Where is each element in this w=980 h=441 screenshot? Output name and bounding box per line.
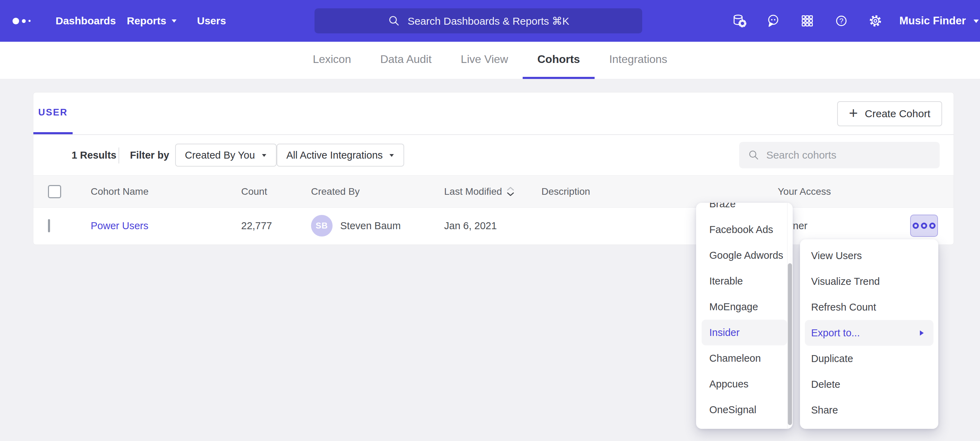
created-by-filter-label: Created By You (185, 150, 255, 161)
project-name: Music Finder (899, 14, 966, 27)
submenu-item-onesignal[interactable]: OneSignal (696, 397, 793, 423)
menu-item-visualize-trend[interactable]: Visualize Trend (800, 268, 938, 294)
tab-cohorts[interactable]: Cohorts (523, 42, 595, 79)
search-icon (748, 148, 760, 162)
cohorts-card-header: USER + Create Cohort (33, 93, 954, 135)
nav-icon-group: ? (731, 0, 883, 42)
project-switcher[interactable]: Music Finder (899, 0, 980, 42)
tab-live-view[interactable]: Live View (446, 42, 523, 79)
submenu-item-google-adwords[interactable]: Google Adwords (696, 243, 793, 268)
cohorts-card: USER + Create Cohort 1 Results Filter by… (33, 92, 954, 245)
chevron-down-icon (389, 153, 395, 157)
tab-lexicon[interactable]: Lexicon (298, 42, 366, 79)
submenu-item-chameleon[interactable]: Chameleon (696, 345, 793, 371)
submenu-item-appcues[interactable]: Appcues (696, 371, 793, 397)
nav-dashboards-label: Dashboards (56, 15, 116, 27)
submenu-item-moengage[interactable]: MoEngage (696, 294, 793, 320)
submenu-item-braze[interactable]: Braze (696, 203, 793, 217)
menu-item-export-to[interactable]: Export to... (805, 320, 934, 346)
nav-reports-label: Reports (127, 15, 166, 27)
sort-icon (506, 186, 515, 197)
menu-item-delete[interactable]: Delete (800, 371, 938, 397)
created-by-cell: SB Steven Baum (311, 215, 444, 236)
tab-data-audit-label: Data Audit (380, 53, 432, 66)
submenu-arrow-icon (919, 330, 924, 336)
help-icon[interactable]: ? (834, 13, 850, 29)
tab-cohorts-label: Cohorts (537, 53, 580, 66)
filter-by-label: Filter by (130, 135, 169, 175)
cohorts-page: Dashboards Reports Users Search Dashboar… (0, 0, 980, 441)
tab-user-cohorts[interactable]: USER (33, 93, 73, 134)
tab-live-view-label: Live View (461, 53, 508, 66)
section-tabs: Lexicon Data Audit Live View Cohorts Int… (0, 42, 980, 79)
col-description: Description (541, 186, 778, 197)
last-modified-cell: Jan 6, 2021 (444, 220, 541, 232)
cohort-search (739, 142, 940, 168)
export-submenu-list: Braze Facebook Ads Google Adwords Iterab… (696, 203, 793, 423)
tab-integrations[interactable]: Integrations (595, 42, 682, 79)
menu-item-view-users[interactable]: View Users (800, 243, 938, 268)
global-search-input[interactable]: Search Dashboards & Reports ⌘K (315, 8, 642, 34)
submenu-item-insider[interactable]: Insider (702, 320, 787, 345)
apps-grid-icon[interactable] (799, 13, 815, 29)
integrations-filter-dropdown[interactable]: All Active Integrations (277, 144, 404, 166)
chevron-down-icon (973, 19, 980, 23)
created-by-name: Steven Baum (340, 220, 401, 232)
tab-data-audit[interactable]: Data Audit (366, 42, 446, 79)
top-navbar: Dashboards Reports Users Search Dashboar… (0, 0, 980, 42)
submenu-item-iterable[interactable]: Iterable (696, 268, 793, 294)
global-search-placeholder: Search Dashboards & Reports ⌘K (408, 15, 569, 27)
col-your-access: Your Access (778, 186, 910, 197)
export-submenu: Braze Facebook Ads Google Adwords Iterab… (696, 203, 793, 429)
col-last-modified[interactable]: Last Modified (444, 186, 541, 197)
col-count: Count (241, 186, 311, 197)
row-context-menu: View Users Visualize Trend Refresh Count… (800, 239, 938, 429)
chevron-down-icon (171, 19, 177, 23)
row-actions-button[interactable] (910, 214, 938, 237)
results-count: 1 Results (72, 135, 116, 175)
search-icon (388, 14, 401, 27)
table-header-row: Cohort Name Count Created By Last Modifi… (33, 175, 954, 208)
chevron-down-icon (261, 153, 267, 157)
dot-icon (921, 222, 927, 229)
svg-text:?: ? (839, 17, 843, 25)
menu-item-refresh-count[interactable]: Refresh Count (800, 294, 938, 320)
integrations-filter-label: All Active Integrations (286, 150, 383, 161)
dot-icon (929, 222, 935, 229)
col-cohort-name: Cohort Name (91, 186, 241, 197)
col-created-by: Created By (311, 186, 444, 197)
cohort-count: 22,777 (241, 220, 311, 232)
scrollbar-track (787, 203, 788, 429)
nav-users-label: Users (197, 15, 226, 27)
table-row: Power Users 22,777 SB Steven Baum Jan 6,… (33, 208, 954, 244)
plus-icon: + (849, 105, 858, 121)
nav-dashboards[interactable]: Dashboards (56, 0, 116, 42)
cohort-name-link[interactable]: Power Users (91, 220, 148, 231)
menu-item-share[interactable]: Share (800, 397, 938, 423)
nav-reports[interactable]: Reports (127, 0, 177, 42)
row-checkbox[interactable] (48, 219, 50, 232)
export-to-label: Export to... (811, 327, 860, 339)
tab-integrations-label: Integrations (609, 53, 667, 66)
created-by-filter-dropdown[interactable]: Created By You (175, 144, 277, 166)
your-access-cell: Owner (778, 220, 910, 232)
tab-lexicon-label: Lexicon (313, 53, 351, 66)
nav-users[interactable]: Users (197, 0, 226, 42)
select-all-checkbox[interactable] (48, 185, 61, 198)
divider (118, 147, 119, 163)
mixpanel-logo-icon[interactable] (13, 0, 30, 42)
dot-icon (913, 222, 919, 229)
data-management-icon[interactable] (731, 13, 747, 29)
avatar: SB (311, 215, 332, 236)
create-cohort-button[interactable]: + Create Cohort (837, 101, 942, 126)
cohort-search-input[interactable] (766, 149, 931, 161)
feedback-icon[interactable] (765, 13, 781, 29)
create-cohort-label: Create Cohort (865, 108, 930, 120)
submenu-item-facebook-ads[interactable]: Facebook Ads (696, 217, 793, 243)
filter-toolbar: 1 Results Filter by Created By You All A… (33, 135, 954, 175)
settings-icon[interactable] (867, 13, 883, 29)
scrollbar-thumb[interactable] (788, 263, 792, 425)
menu-item-duplicate[interactable]: Duplicate (800, 346, 938, 371)
